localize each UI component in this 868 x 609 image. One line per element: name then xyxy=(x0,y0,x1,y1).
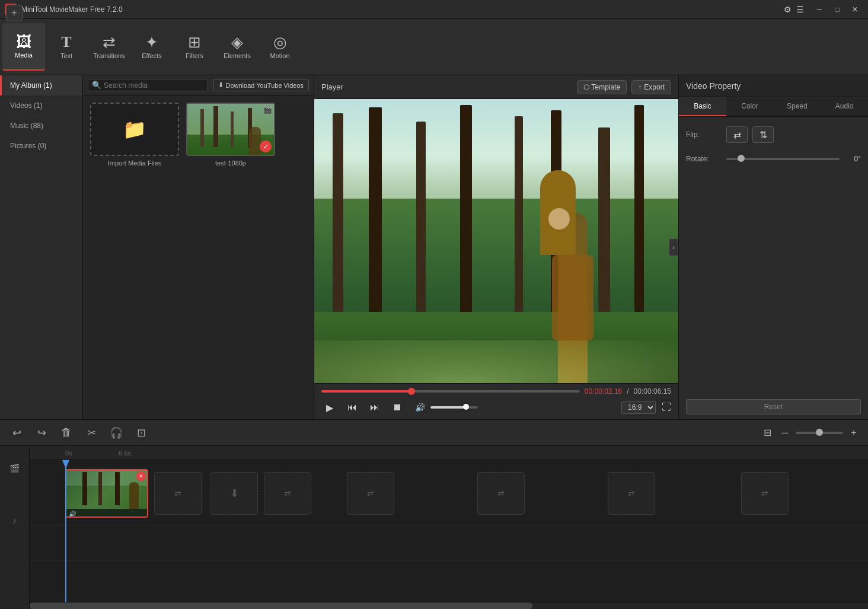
player-area: Player ⬡ Template ↑ Export xyxy=(314,75,678,419)
transition-slot-3[interactable]: ⇄ xyxy=(347,472,394,515)
maximize-button[interactable]: □ xyxy=(829,3,845,16)
transition-slot-4[interactable]: ⇄ xyxy=(477,472,525,515)
transition-slot-5[interactable]: ⇄ xyxy=(608,472,655,515)
window-controls: ─ □ ✕ xyxy=(811,3,863,16)
toolbar-transitions-label: Transitions xyxy=(93,52,125,59)
reset-button[interactable]: Reset xyxy=(686,399,861,414)
sidebar-item-music[interactable]: Music (88) xyxy=(0,116,82,136)
tab-speed[interactable]: Speed xyxy=(774,97,821,116)
redo-button[interactable]: ↪ xyxy=(32,423,51,442)
zoom-fit-button[interactable]: ⊟ xyxy=(760,426,774,440)
tab-audio[interactable]: Audio xyxy=(821,97,868,116)
toolbar-elements[interactable]: ◈ Elements xyxy=(216,23,259,71)
toolbar: 🖼 Media T Text ⇄ Transitions ✦ Effects ⊞… xyxy=(0,19,868,75)
player-label: Player xyxy=(321,82,343,91)
transition-slot-1[interactable]: ⇄ xyxy=(154,472,202,515)
download-slot-1[interactable]: ⬇ xyxy=(210,472,258,515)
flip-label: Flip: xyxy=(686,130,722,139)
left-panel: My Album (1) Videos (1) Music (88) Pictu… xyxy=(0,75,314,419)
zoom-out-button[interactable]: ─ xyxy=(778,426,792,440)
stop-button[interactable]: ⏹ xyxy=(389,399,406,416)
download-youtube-button[interactable]: ⬇ Download YouTube Videos xyxy=(213,79,309,91)
play-button[interactable]: ▶ xyxy=(321,399,338,416)
audio-detach-button[interactable]: 🎧 xyxy=(107,423,126,442)
collapse-panel-arrow[interactable]: › xyxy=(669,238,678,256)
progress-bar[interactable] xyxy=(321,390,580,393)
volume-icon[interactable]: 🔊 xyxy=(411,399,428,416)
player-header: Player ⬡ Template ↑ Export xyxy=(314,75,678,99)
zoom-slider[interactable] xyxy=(796,432,843,434)
player-header-buttons: ⬡ Template ↑ Export xyxy=(577,80,671,94)
video-media-card[interactable]: 🎬 ✓ test-1080p xyxy=(186,103,275,167)
clip-delete-badge[interactable]: ✕ xyxy=(136,471,146,481)
timeline-ruler: 0s 6.6s xyxy=(30,446,868,460)
cut-button[interactable]: ✂ xyxy=(82,423,101,442)
rotate-slider-thumb xyxy=(738,155,745,162)
sidebar-item-videos[interactable]: Videos (1) xyxy=(0,95,82,116)
controls-row: ▶ ⏮ ⏭ ⏹ 🔊 16:9 9:16 1 xyxy=(321,399,671,416)
media-browser: 🔍 ⬇ Download YouTube Videos 📁 xyxy=(83,75,314,419)
undo-button[interactable]: ↩ xyxy=(7,423,26,442)
template-button[interactable]: ⬡ Template xyxy=(577,80,627,94)
flip-vertical-button[interactable]: ⇅ xyxy=(752,126,774,143)
toolbar-effects[interactable]: ✦ Effects xyxy=(130,23,173,71)
video-clip[interactable]: 🔊 ✕ xyxy=(65,469,148,518)
video-thumb: 🎬 ✓ xyxy=(186,103,275,156)
rotate-label: Rotate: xyxy=(686,155,722,163)
motion-icon: ◎ xyxy=(273,34,287,50)
tab-basic[interactable]: Basic xyxy=(679,97,726,116)
timeline-tracks: 🔊 ✕ ⇄ ⬇ ⇄ ⇄ ⇄ ⇄ ⇄ xyxy=(30,460,868,602)
audio-track xyxy=(30,525,868,561)
volume-fill xyxy=(430,406,466,409)
toolbar-elements-label: Elements xyxy=(224,52,251,59)
settings-icon[interactable]: ⚙ xyxy=(784,5,792,14)
video-property-header: Video Property xyxy=(679,75,868,97)
timeline-section: ↩ ↪ 🗑 ✂ 🎧 ⊡ ⊟ ─ + + 🎬 ♪ xyxy=(0,419,868,609)
media-grid: 📁 Import Media Files xyxy=(83,95,314,419)
transition-slot-2[interactable]: ⇄ xyxy=(264,472,311,515)
search-input[interactable] xyxy=(104,81,204,90)
toolbar-filters[interactable]: ⊞ Filters xyxy=(173,23,216,71)
toolbar-motion[interactable]: ◎ Motion xyxy=(259,23,301,71)
fullscreen-button[interactable]: ⛶ xyxy=(662,402,671,413)
crop-button[interactable]: ⊡ xyxy=(132,423,151,442)
aspect-ratio-select[interactable]: 16:9 9:16 1:1 xyxy=(621,401,656,414)
menu-icon[interactable]: ☰ xyxy=(796,5,804,14)
next-frame-button[interactable]: ⏭ xyxy=(366,399,383,416)
timeline-toolbar: ↩ ↪ 🗑 ✂ 🎧 ⊡ ⊟ ─ + xyxy=(0,420,868,446)
time-separator: / xyxy=(627,387,628,396)
toolbar-transitions[interactable]: ⇄ Transitions xyxy=(88,23,130,71)
timeline-scrollbar[interactable] xyxy=(30,602,868,609)
toolbar-media[interactable]: 🖼 Media xyxy=(2,23,45,71)
delete-button[interactable]: 🗑 xyxy=(57,423,76,442)
property-content: Flip: ⇄ ⇅ Rotate: 0° xyxy=(679,117,868,265)
timeline-content: + 🎬 ♪ 0s 6.6s xyxy=(0,446,868,609)
rotate-slider[interactable] xyxy=(726,158,840,160)
prev-frame-button[interactable]: ⏮ xyxy=(344,399,360,416)
player-controls: 00:00:02.16 / 00:00:06.15 ▶ ⏮ ⏭ ⏹ 🔊 xyxy=(314,383,678,419)
zoom-controls: ⊟ ─ + xyxy=(760,426,861,440)
video-track: 🔊 ✕ ⇄ ⬇ ⇄ ⇄ ⇄ ⇄ ⇄ xyxy=(30,460,868,525)
transitions-icon: ⇄ xyxy=(103,34,116,50)
property-tabs: Basic Color Speed Audio xyxy=(679,97,868,117)
close-button[interactable]: ✕ xyxy=(847,3,863,16)
media-icon: 🖼 xyxy=(16,34,31,49)
sidebar-item-my-album[interactable]: My Album (1) xyxy=(0,75,82,95)
timeline-scrollbar-thumb[interactable] xyxy=(30,602,532,609)
minimize-button[interactable]: ─ xyxy=(811,3,828,16)
sidebar-item-pictures[interactable]: Pictures (0) xyxy=(0,136,82,156)
flip-horizontal-button[interactable]: ⇄ xyxy=(726,126,748,143)
volume-track[interactable] xyxy=(430,406,478,409)
import-media-card[interactable]: 📁 Import Media Files xyxy=(90,103,179,167)
toolbar-motion-label: Motion xyxy=(270,52,289,59)
effects-icon: ✦ xyxy=(145,34,158,50)
toolbar-text[interactable]: T Text xyxy=(45,23,88,71)
zoom-in-button[interactable]: + xyxy=(847,426,861,440)
clip-thumbnail xyxy=(66,470,147,509)
video-property-title: Video Property xyxy=(686,81,741,91)
transition-slot-6[interactable]: ⇄ xyxy=(741,472,789,515)
tab-color[interactable]: Color xyxy=(726,97,774,116)
camera-badge-icon: 🎬 xyxy=(263,106,272,114)
playhead[interactable] xyxy=(65,460,66,602)
export-button[interactable]: ↑ Export xyxy=(631,80,671,94)
